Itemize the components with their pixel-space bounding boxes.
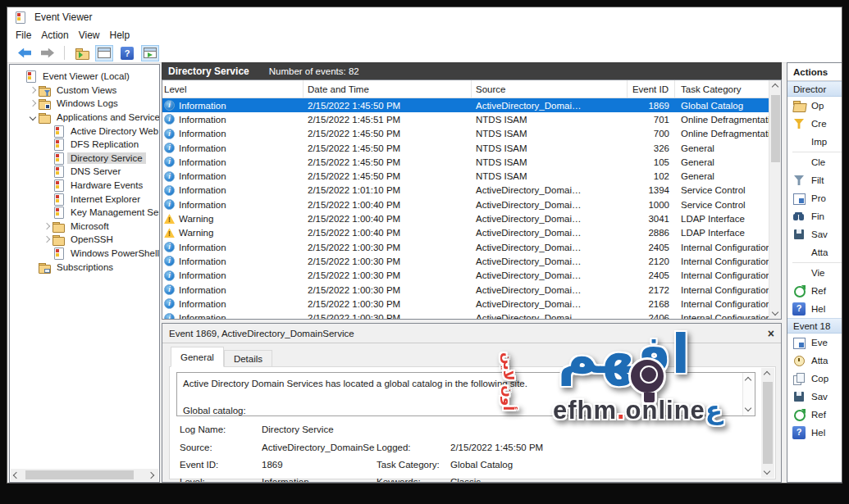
event-row[interactable]: Information2/15/2022 1:45:50 PMActiveDir…: [162, 98, 769, 112]
show-console-tree-button[interactable]: [95, 45, 113, 61]
action-item-hel[interactable]: Hel: [787, 424, 842, 442]
tree-item-subscriptions[interactable]: Subscriptions: [10, 260, 159, 274]
event-row[interactable]: Information2/15/2022 1:01:10 PMActiveDir…: [162, 184, 769, 198]
action-item-hel[interactable]: Hel: [787, 300, 842, 318]
action-item-atta[interactable]: Atta: [787, 352, 842, 370]
forward-button[interactable]: [39, 45, 57, 61]
menu-help[interactable]: Help: [110, 28, 137, 43]
scrollbar-thumb[interactable]: [25, 470, 134, 479]
event-row[interactable]: Information2/15/2022 1:45:51 PMNTDS ISAM…: [162, 112, 769, 126]
action-item-atta[interactable]: Atta: [787, 243, 842, 261]
tree-item-directory-service[interactable]: Directory Service: [10, 152, 159, 166]
tree-item-active-directory-web-serv[interactable]: Active Directory Web Serv: [10, 124, 159, 138]
action-item-vie[interactable]: Vie: [787, 264, 842, 282]
expand-icon[interactable]: [41, 224, 52, 229]
cell-source: NTDS ISAM: [472, 157, 628, 167]
tree-item-microsoft[interactable]: Microsoft: [10, 220, 159, 234]
back-button[interactable]: [16, 45, 34, 61]
action-item-label: Imp: [811, 137, 827, 147]
action-item-imp[interactable]: Imp: [787, 133, 842, 151]
cell-date: 2/15/2022 1:00:30 PM: [304, 243, 472, 252]
action-item-label: Sav: [811, 229, 828, 239]
action-item-sav[interactable]: Sav: [787, 388, 842, 406]
action-item-ref[interactable]: Ref: [787, 406, 842, 424]
event-row[interactable]: Information2/15/2022 1:00:30 PMActiveDir…: [162, 297, 769, 311]
cell-level: Information: [162, 129, 304, 139]
scroll-right-icon[interactable]: [148, 472, 154, 479]
action-item-label: Op: [811, 101, 824, 111]
information-icon: [164, 171, 175, 182]
expand-icon[interactable]: [27, 88, 39, 93]
scroll-down-icon[interactable]: [772, 309, 778, 316]
column-header-task-category[interactable]: Task Category: [675, 80, 769, 98]
expand-icon[interactable]: [41, 237, 52, 242]
tree-item-event-viewer-local[interactable]: Event Viewer (Local): [10, 70, 159, 84]
tree-item-windows-logs[interactable]: Windows Logs: [10, 97, 159, 111]
menu-file[interactable]: File: [16, 28, 38, 43]
cell-level: Warning: [162, 214, 304, 224]
action-item-cre[interactable]: Cre: [787, 115, 842, 133]
close-icon[interactable]: ×: [768, 328, 774, 339]
tab-details[interactable]: Details: [224, 350, 272, 367]
detail-vertical-scrollbar[interactable]: [761, 368, 774, 478]
event-row[interactable]: Information2/15/2022 1:00:30 PMActiveDir…: [162, 311, 769, 319]
scrollbar-thumb[interactable]: [763, 382, 773, 464]
menu-action[interactable]: Action: [41, 28, 75, 43]
help-icon: [792, 302, 806, 316]
table-vertical-scrollbar[interactable]: [769, 80, 781, 319]
event-row[interactable]: Information2/15/2022 1:45:50 PMNTDS ISAM…: [162, 141, 769, 155]
tree-item-key-management-service[interactable]: Key Management Service: [10, 206, 159, 220]
event-row[interactable]: Information2/15/2022 1:00:40 PMActiveDir…: [162, 198, 769, 211]
event-row[interactable]: Information2/15/2022 1:00:30 PMActiveDir…: [162, 254, 769, 268]
help-button[interactable]: ?: [118, 45, 136, 61]
tab-general[interactable]: General: [171, 347, 224, 367]
column-header-source[interactable]: Source: [472, 80, 628, 98]
event-row[interactable]: Information2/15/2022 1:45:50 PMNTDS ISAM…: [162, 127, 769, 141]
expand-icon[interactable]: [27, 101, 39, 106]
tree-item-dfs-replication[interactable]: DFS Replication: [10, 138, 159, 152]
action-item-eve[interactable]: Eve: [787, 334, 842, 352]
event-row[interactable]: Information2/15/2022 1:45:50 PMNTDS ISAM…: [162, 155, 769, 169]
event-row[interactable]: Information2/15/2022 1:00:30 PMActiveDir…: [162, 240, 769, 254]
scroll-up-icon[interactable]: [764, 371, 770, 378]
action-item-cle[interactable]: Cle: [787, 153, 842, 171]
tree-item-internet-explorer[interactable]: Internet Explorer: [10, 192, 159, 206]
action-item-ref[interactable]: Ref: [787, 282, 842, 300]
event-row[interactable]: Information2/15/2022 1:00:30 PMActiveDir…: [162, 269, 769, 283]
event-row[interactable]: Information2/15/2022 1:00:30 PMActiveDir…: [162, 283, 769, 297]
tree-item-hardware-events[interactable]: Hardware Events: [10, 179, 159, 193]
column-header-date[interactable]: Date and Time: [304, 80, 472, 98]
tree-item-windows-powershell[interactable]: Windows PowerShell: [10, 247, 159, 261]
tree-item-applications-and-services-log[interactable]: Applications and Services Log: [10, 111, 159, 125]
tree-item-openssh[interactable]: OpenSSH: [10, 233, 159, 247]
detail-title: Event 1869, ActiveDirectory_DomainServic…: [169, 329, 354, 338]
actions-section-event-18[interactable]: Event 18: [787, 318, 842, 334]
action-item-op[interactable]: Op: [787, 97, 842, 115]
action-item-pro[interactable]: Pro: [787, 189, 842, 207]
tree-item-dns-server[interactable]: DNS Server: [10, 165, 159, 179]
tree-item-custom-views[interactable]: Custom Views: [10, 84, 159, 98]
tree-horizontal-scrollbar[interactable]: [11, 469, 158, 481]
scrollbar-thumb[interactable]: [771, 95, 780, 162]
show-action-pane-button[interactable]: [141, 45, 159, 61]
cell-source: NTDS ISAM: [472, 171, 628, 181]
scroll-up-icon[interactable]: [772, 84, 778, 90]
action-item-filt[interactable]: Filt: [787, 171, 842, 189]
tree-item-label: Custom Views: [53, 84, 120, 96]
action-item-sav[interactable]: Sav: [787, 225, 842, 243]
column-header-event-id[interactable]: Event ID: [628, 80, 675, 98]
event-row[interactable]: Warning2/15/2022 1:00:40 PMActiveDirecto…: [162, 211, 769, 225]
column-header-level[interactable]: Level: [162, 80, 304, 98]
event-row[interactable]: Information2/15/2022 1:45:50 PMNTDS ISAM…: [162, 169, 769, 183]
scroll-down-icon[interactable]: [764, 468, 770, 474]
collapse-icon[interactable]: [27, 115, 39, 120]
scroll-left-icon[interactable]: [13, 472, 20, 479]
open-saved-log-button[interactable]: [72, 45, 90, 61]
eventviewer-icon: [25, 70, 36, 82]
event-row[interactable]: Warning2/15/2022 1:00:40 PMActiveDirecto…: [162, 226, 769, 240]
action-item-cop[interactable]: Cop: [787, 370, 842, 388]
action-item-fin[interactable]: Fin: [787, 207, 842, 225]
folder-filter-icon: [39, 84, 50, 96]
actions-section-director[interactable]: Director: [787, 81, 842, 97]
menu-view[interactable]: View: [79, 28, 107, 43]
